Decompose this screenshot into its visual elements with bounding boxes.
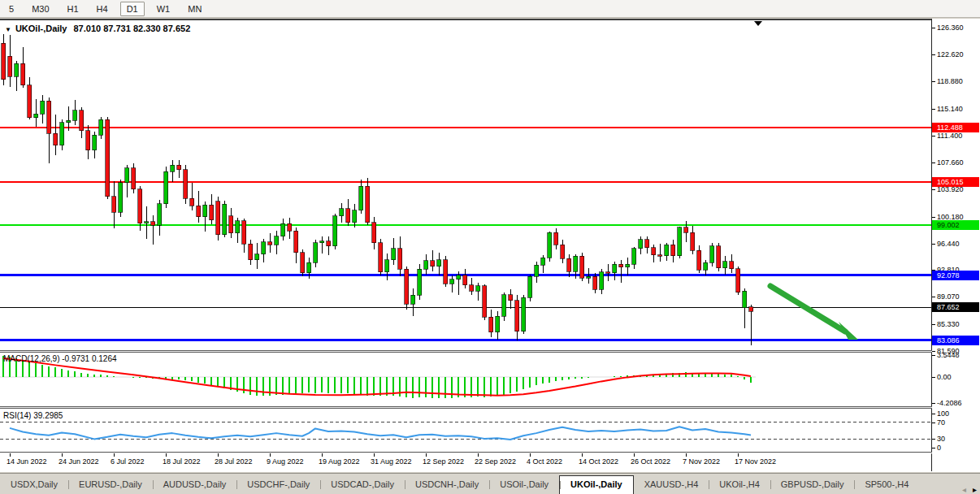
- candle: [372, 223, 376, 243]
- candle: [67, 120, 71, 123]
- symbol-tab-usdcnh-daily[interactable]: USDCNH-,Daily: [405, 475, 489, 494]
- date-tick-label: 9 Aug 2022: [267, 457, 304, 466]
- price-tick-label: 115.140: [937, 105, 963, 113]
- chart-shift-marker-icon[interactable]: [754, 21, 762, 26]
- candle: [385, 260, 389, 272]
- date-tick-label: 6 Jul 2022: [111, 457, 145, 466]
- date-tick-mark: [322, 453, 323, 457]
- date-tick-mark: [426, 453, 427, 457]
- macd-scale-label: -4.2086: [937, 399, 962, 407]
- candle: [743, 291, 747, 307]
- candle: [450, 280, 454, 284]
- tab-scroll-right-icon[interactable]: ▸: [973, 485, 977, 494]
- candle: [652, 248, 656, 255]
- candle: [619, 264, 623, 267]
- candle: [54, 133, 58, 145]
- date-tick-mark: [582, 453, 583, 457]
- symbol-tab-ukoil-daily[interactable]: UKOil-,Daily: [559, 475, 634, 494]
- candle: [99, 119, 103, 135]
- macd-tick: [932, 377, 935, 378]
- candle: [483, 286, 487, 317]
- candle: [171, 165, 175, 171]
- timeframe-toolbar: 5M30H1H4D1W1MN: [0, 0, 980, 18]
- symbol-tab-ukoil-h4[interactable]: UKOil-,H4: [709, 475, 770, 494]
- rsi-panel[interactable]: [0, 409, 931, 453]
- date-tick-mark: [62, 453, 63, 457]
- timeframe-button-mn[interactable]: MN: [182, 2, 207, 15]
- candle: [509, 295, 513, 301]
- symbol-tab-eurusd-daily[interactable]: EURUSD-,Daily: [68, 475, 153, 494]
- candle: [645, 240, 649, 248]
- symbol-tab-xauusd-h4[interactable]: XAUUSD-,H4: [634, 475, 709, 494]
- rsi-line: [10, 427, 751, 440]
- candle: [177, 165, 181, 169]
- symbol-tab-gbpusd-daily[interactable]: GBPUSD-,Daily: [770, 475, 855, 494]
- date-tick-mark: [374, 453, 375, 457]
- rsi-tick: [932, 448, 935, 448]
- candle: [119, 183, 123, 212]
- macd-indicator-label: MACD(12,26,9) -0.9731 0.1264: [3, 354, 117, 363]
- candle: [470, 285, 474, 291]
- candle: [242, 221, 246, 244]
- candle: [366, 186, 370, 222]
- candle: [548, 232, 552, 258]
- candle: [723, 262, 727, 268]
- timeframe-button-m30[interactable]: M30: [26, 2, 54, 15]
- candle: [457, 275, 461, 280]
- chevron-down-icon[interactable]: ▼: [5, 26, 11, 33]
- candle: [411, 295, 415, 304]
- candle: [190, 198, 194, 206]
- date-tick-label: 22 Sep 2022: [475, 457, 516, 466]
- timeframe-button-d1[interactable]: D1: [120, 2, 145, 16]
- timeframe-button-5[interactable]: 5: [3, 2, 20, 15]
- candle: [697, 250, 701, 270]
- symbol-tab-usdchf-daily[interactable]: USDCHF-,Daily: [236, 475, 320, 494]
- date-tick-label: 4 Oct 2022: [527, 457, 562, 466]
- candle: [379, 243, 383, 272]
- trading-terminal: 5M30H1H4D1W1MN ▼UKOil-,Daily87.010 87.73…: [0, 0, 980, 494]
- pane-separator[interactable]: [0, 406, 980, 409]
- symbol-tab-sp500-h4[interactable]: SP500-,H4: [854, 475, 919, 494]
- candle: [600, 272, 604, 289]
- candlestick-chart[interactable]: [0, 19, 931, 352]
- macd-scale-label: 0.00: [937, 373, 952, 381]
- date-tick-mark: [738, 453, 739, 457]
- macd-panel[interactable]: [0, 353, 931, 407]
- date-tick-mark: [166, 453, 167, 457]
- symbol-tab-usoil-daily[interactable]: USOil-,Daily: [489, 475, 559, 494]
- pane-separator[interactable]: [0, 350, 980, 353]
- candle: [333, 216, 337, 246]
- timeframe-button-w1[interactable]: W1: [151, 2, 176, 15]
- candle: [151, 222, 155, 225]
- price-tick-label: 89.070: [937, 292, 960, 301]
- date-tick-label: 17 Nov 2022: [735, 457, 776, 466]
- price-tick: [932, 136, 935, 136]
- candle: [28, 85, 32, 118]
- candle: [15, 63, 19, 76]
- date-tick-label: 12 Sep 2022: [423, 457, 464, 466]
- tab-scroll-left-icon[interactable]: ◂: [962, 485, 966, 494]
- candle: [522, 297, 526, 332]
- candle: [47, 101, 51, 133]
- candle: [346, 209, 350, 223]
- timeframe-button-h1[interactable]: H1: [62, 2, 85, 15]
- rsi-scale-label: 100: [937, 410, 949, 418]
- candle: [249, 244, 253, 260]
- rsi-tick: [932, 439, 935, 440]
- price-tick: [932, 324, 935, 325]
- macd-scale-label: 3.5448: [937, 351, 960, 359]
- candle: [138, 189, 142, 223]
- date-tick-label: 26 Oct 2022: [631, 457, 670, 466]
- candle: [288, 223, 292, 231]
- candle: [353, 210, 357, 223]
- symbol-tab-usdx-daily[interactable]: USDX,Daily: [0, 475, 68, 494]
- symbol-tab-audusd-daily[interactable]: AUDUSD-,Daily: [153, 475, 237, 494]
- timeframe-button-h4[interactable]: H4: [91, 2, 114, 15]
- trend-arrow-shaft[interactable]: [770, 286, 845, 332]
- symbol-tab-usdcad-daily[interactable]: USDCAD-,Daily: [320, 475, 405, 494]
- date-tick-label: 31 Aug 2022: [371, 457, 412, 466]
- rsi-indicator-label: RSI(14) 39.2985: [3, 411, 63, 420]
- candle: [301, 253, 305, 273]
- macd-tick: [932, 403, 935, 404]
- candle: [405, 269, 409, 304]
